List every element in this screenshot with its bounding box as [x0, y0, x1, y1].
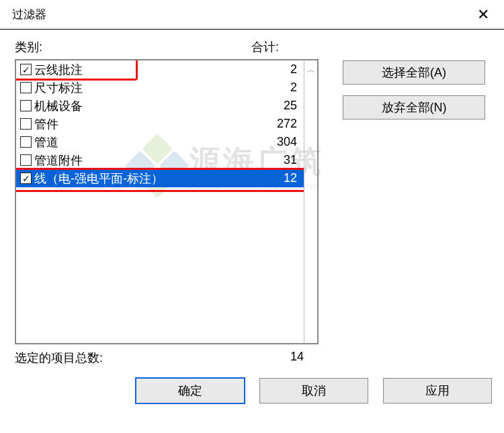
checkbox[interactable]: ✓: [20, 64, 32, 75]
header-category: 类别:: [15, 39, 251, 55]
list-item[interactable]: 管道304: [16, 133, 304, 151]
list-item[interactable]: 机械设备25: [16, 97, 304, 115]
deselect-all-button[interactable]: 放弃全部(N): [343, 95, 485, 119]
list-item-label: 尺寸标注: [34, 80, 209, 96]
list-item[interactable]: ✓线（电-强电平面-标注）12: [16, 169, 304, 187]
category-listbox[interactable]: ✓云线批注2尺寸标注2机械设备25管件272管道304管道附件31✓线（电-强电…: [15, 59, 304, 344]
list-item-label: 管道: [34, 134, 209, 150]
list-item-count: 272: [209, 117, 304, 131]
select-all-button[interactable]: 选择全部(A): [343, 60, 485, 85]
checkbox[interactable]: [20, 82, 32, 93]
list-item[interactable]: 尺寸标注2: [16, 79, 304, 97]
selected-count-label: 选定的项目总数:: [15, 350, 251, 366]
list-item-count: 2: [209, 62, 304, 77]
list-item[interactable]: ✓云线批注2: [16, 60, 304, 79]
title-bar: 过滤器 ✕: [0, 0, 504, 30]
list-item-count: 25: [209, 99, 304, 113]
apply-button[interactable]: 应用: [383, 378, 492, 403]
list-item-count: 12: [209, 171, 304, 185]
scrollbar[interactable]: ︿: [304, 59, 319, 344]
cancel-button[interactable]: 取消: [259, 378, 368, 403]
list-item-label: 云线批注: [34, 62, 209, 78]
list-item-label: 管道附件: [34, 152, 209, 169]
list-item-label: 管件: [34, 116, 209, 132]
selected-count-value: 14: [251, 350, 304, 366]
checkbox[interactable]: ✓: [20, 173, 32, 184]
close-icon[interactable]: ✕: [472, 3, 495, 26]
checkbox[interactable]: [20, 154, 32, 166]
list-item-label: 机械设备: [34, 98, 209, 114]
list-item[interactable]: 管道附件31: [16, 151, 304, 169]
checkbox[interactable]: [20, 100, 32, 111]
chevron-up-icon[interactable]: ︿: [307, 64, 315, 76]
list-item-count: 31: [209, 153, 304, 167]
list-item-label: 线（电-强电平面-标注）: [34, 171, 209, 187]
checkbox[interactable]: [20, 118, 32, 130]
header-total: 合计:: [251, 39, 279, 55]
window-title: 过滤器: [12, 7, 46, 22]
checkbox[interactable]: [20, 136, 32, 148]
list-item[interactable]: 管件272: [16, 115, 304, 133]
list-item-count: 2: [209, 81, 304, 95]
ok-button[interactable]: 确定: [136, 378, 245, 403]
list-item-count: 304: [209, 135, 304, 149]
